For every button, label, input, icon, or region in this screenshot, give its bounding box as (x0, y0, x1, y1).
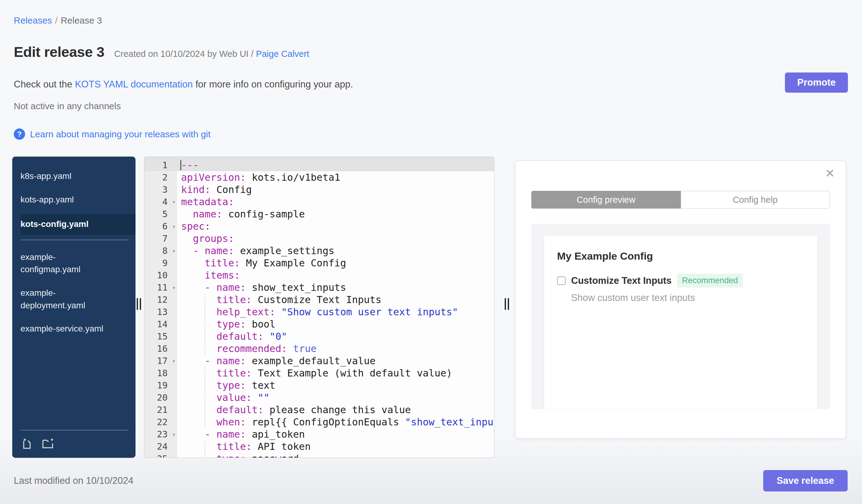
code-text[interactable]: default: "0" (177, 330, 494, 343)
editor-line-20[interactable]: 20 value: "" (144, 392, 494, 404)
editor-line-6[interactable]: 6▾spec: (144, 220, 494, 233)
editor-line-7[interactable]: 7 groups: (144, 233, 494, 245)
code-text[interactable]: type: text (177, 379, 494, 392)
line-number: 20 (144, 392, 177, 404)
code-text[interactable]: - name: example_default_value (177, 355, 494, 367)
line-number: 12 (144, 294, 177, 306)
breadcrumb-current: Release 3 (61, 15, 102, 25)
breadcrumb-releases-link[interactable]: Releases (14, 15, 52, 25)
code-text[interactable]: title: API token (177, 440, 494, 453)
editor-line-4[interactable]: 4▾metadata: (144, 196, 494, 208)
code-text[interactable]: items: (177, 269, 494, 281)
preview-background: My Example Config Customize Text Inputs … (531, 224, 830, 409)
editor-line-22[interactable]: 22 when: repl{{ ConfigOptionEquals "show… (144, 416, 494, 428)
sidebar-item-k8s-app.yaml[interactable]: k8s-app.yaml (12, 167, 135, 186)
editor-line-24[interactable]: 24 title: API token (144, 440, 494, 453)
indent-guide (205, 453, 205, 458)
fold-arrow-icon[interactable]: ▾ (172, 220, 175, 233)
sidebar-resize-handle[interactable] (137, 298, 141, 310)
new-folder-icon[interactable] (41, 437, 54, 450)
line-number: 13 (144, 306, 177, 318)
config-checkbox[interactable] (557, 277, 565, 285)
close-icon[interactable]: ✕ (825, 168, 835, 179)
code-text[interactable]: default: please change this value (177, 404, 494, 416)
indent-guide (205, 343, 205, 355)
tab-config-help[interactable]: Config help (681, 191, 830, 209)
git-help-link[interactable]: Learn about managing your releases with … (30, 129, 210, 140)
sidebar-item-kots-config.yaml[interactable]: kots-config.yaml (21, 214, 135, 235)
indent-guide (205, 379, 205, 392)
editor-line-23[interactable]: 23▾ - name: api_token (144, 428, 494, 440)
editor-line-8[interactable]: 8▾ - name: example_settings (144, 245, 494, 257)
editor-line-1[interactable]: 1--- (144, 157, 494, 171)
editor-line-2[interactable]: 2apiVersion: kots.io/v1beta1 (144, 171, 494, 184)
fold-arrow-icon[interactable]: ▾ (172, 355, 175, 367)
editor-line-16[interactable]: 16 recommended: true (144, 343, 494, 355)
kots-docs-link[interactable]: KOTS YAML documentation (75, 79, 193, 90)
line-number: 1 (144, 159, 177, 171)
line-number: 17▾ (144, 355, 177, 367)
code-text[interactable]: groups: (177, 233, 494, 245)
editor-line-10[interactable]: 10 items: (144, 269, 494, 281)
panel-resize-handle[interactable] (505, 298, 509, 310)
code-text[interactable]: title: Text Example (with default value) (177, 367, 494, 379)
code-text[interactable]: help_text: "Show custom user text inputs… (177, 306, 494, 318)
line-number: 25 (144, 453, 177, 458)
editor-line-18[interactable]: 18 title: Text Example (with default val… (144, 367, 494, 379)
sidebar-item-example-service.yaml[interactable]: example-service.yaml (12, 320, 135, 338)
fold-arrow-icon[interactable]: ▾ (172, 245, 175, 257)
code-text[interactable]: recommended: true (177, 343, 494, 355)
fold-arrow-icon[interactable]: ▾ (172, 281, 175, 294)
breadcrumb-separator: / (55, 15, 57, 25)
code-text[interactable]: name: config-sample (177, 208, 494, 220)
sidebar-item-example-deployment.yaml[interactable]: example-deployment.yaml (12, 284, 135, 315)
editor-line-21[interactable]: 21 default: please change this value (144, 404, 494, 416)
editor-line-25[interactable]: 25 type: password (144, 453, 494, 458)
indent-guide (205, 306, 205, 318)
indent-guide (205, 294, 205, 306)
code-text[interactable]: --- (177, 159, 494, 171)
editor-line-17[interactable]: 17▾ - name: example_default_value (144, 355, 494, 367)
code-text[interactable]: when: repl{{ ConfigOptionEquals "show_te… (177, 416, 494, 428)
code-text[interactable]: apiVersion: kots.io/v1beta1 (177, 171, 494, 184)
code-text[interactable]: - name: show_text_inputs (177, 281, 494, 294)
code-text[interactable]: value: "" (177, 392, 494, 404)
editor-line-13[interactable]: 13 help_text: "Show custom user text inp… (144, 306, 494, 318)
fold-arrow-icon[interactable]: ▾ (172, 196, 175, 208)
code-text[interactable]: kind: Config (177, 184, 494, 196)
code-text[interactable]: spec: (177, 220, 494, 233)
code-text[interactable]: type: password (177, 453, 494, 458)
yaml-editor[interactable]: 1---2apiVersion: kots.io/v1beta13kind: C… (144, 157, 494, 458)
editor-line-15[interactable]: 15 default: "0" (144, 330, 494, 343)
code-text[interactable]: metadata: (177, 196, 494, 208)
code-text[interactable]: type: bool (177, 318, 494, 330)
editor-line-5[interactable]: 5 name: config-sample (144, 208, 494, 220)
save-release-button[interactable]: Save release (763, 470, 848, 491)
editor-line-19[interactable]: 19 type: text (144, 379, 494, 392)
sidebar-item-example-configmap.yaml[interactable]: example-configmap.yaml (12, 248, 135, 279)
sidebar-item-kots-app.yaml[interactable]: kots-app.yaml (12, 190, 135, 209)
indent-guide (205, 330, 205, 343)
code-text[interactable]: title: My Example Config (177, 257, 494, 269)
editor-line-12[interactable]: 12 title: Customize Text Inputs (144, 294, 494, 306)
editor-line-9[interactable]: 9 title: My Example Config (144, 257, 494, 269)
config-item-row: Customize Text Inputs Recommended (557, 274, 804, 288)
code-text[interactable]: title: Customize Text Inputs (177, 294, 494, 306)
panel-tabs: Config previewConfig help (531, 191, 830, 209)
author-link[interactable]: Paige Calvert (256, 49, 309, 59)
fold-arrow-icon[interactable]: ▾ (172, 428, 175, 440)
line-number: 21 (144, 404, 177, 416)
editor-line-14[interactable]: 14 type: bool (144, 318, 494, 330)
git-help-line: ? Learn about managing your releases wit… (14, 129, 210, 140)
question-icon: ? (14, 129, 25, 140)
tab-config-preview[interactable]: Config preview (531, 191, 681, 209)
text-cursor (180, 160, 181, 170)
new-file-icon[interactable] (21, 437, 33, 450)
code-text[interactable]: - name: api_token (177, 428, 494, 440)
editor-line-11[interactable]: 11▾ - name: show_text_inputs (144, 281, 494, 294)
docs-post: for more info on configuring your app. (193, 79, 353, 90)
line-number: 10 (144, 269, 177, 281)
promote-button[interactable]: Promote (785, 72, 848, 93)
editor-line-3[interactable]: 3kind: Config (144, 184, 494, 196)
code-text[interactable]: - name: example_settings (177, 245, 494, 257)
